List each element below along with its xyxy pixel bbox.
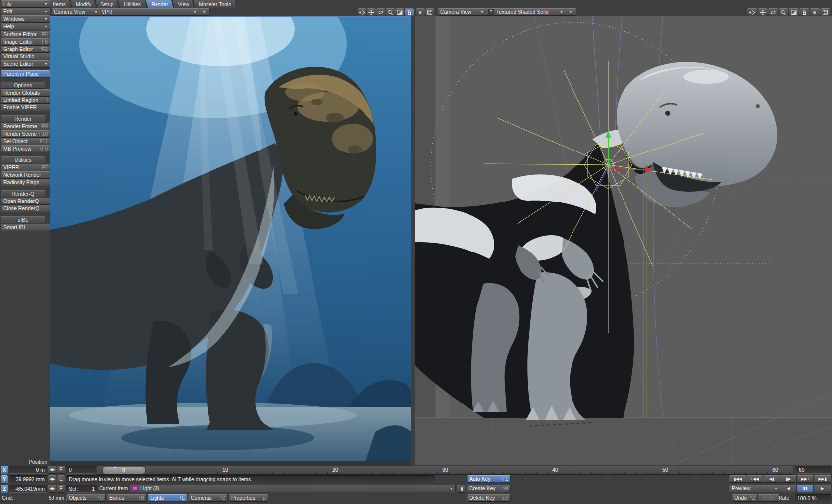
position-y-field[interactable]: 39.9992 mm (9, 475, 47, 483)
pan-view-icon[interactable] (758, 8, 768, 16)
step-forward-button[interactable]: ▮▶ (780, 475, 797, 483)
left-view-type-dropdown[interactable]: Camera View▼ (52, 8, 100, 16)
z-axis-badge[interactable]: Z (1, 485, 8, 493)
properties-button[interactable]: Propertiesp (229, 494, 268, 502)
menu-edit[interactable]: Edit▼ (1, 8, 50, 15)
chevron-down-icon: ▼ (450, 485, 453, 492)
minmax-viewport-icon[interactable] (789, 8, 799, 16)
zoom-view-icon[interactable] (779, 8, 788, 16)
tab-view[interactable]: View (172, 0, 195, 8)
y-axis-badge[interactable]: Y (1, 475, 8, 484)
z-spinner[interactable]: ◀▶ (48, 485, 56, 493)
tab-modify[interactable]: Modify (70, 0, 97, 8)
auto-key-button[interactable]: Auto Key+F1 (467, 475, 511, 483)
save-view-preset-icon[interactable] (425, 8, 434, 16)
pan-view-icon[interactable] (367, 8, 376, 16)
rotate-view-icon[interactable] (768, 8, 778, 16)
open-renderq-button[interactable]: Open RenderQ (1, 198, 50, 205)
radiosity-flags-button[interactable]: Radiosity Flags (1, 179, 50, 186)
smart-ibl-button[interactable]: Smart IBL (1, 224, 50, 231)
z-envelope-button[interactable]: E (57, 485, 65, 493)
menu-file[interactable]: File▼ (1, 0, 50, 8)
position-z-field[interactable]: -65.0419mm (9, 485, 47, 493)
scene-editor-button[interactable]: Scene Editor▼ (1, 60, 50, 68)
viewport-list-icon[interactable]: ≡ (810, 8, 820, 16)
virtual-studio-button[interactable]: Virtual Studio (1, 53, 50, 60)
timeline-slider-knob[interactable]: 0 (102, 467, 146, 474)
x-envelope-button[interactable]: E (57, 466, 65, 474)
timeline-tick: 50 (662, 467, 668, 473)
current-frame-field[interactable]: 0 (66, 466, 96, 474)
enable-viper-button[interactable]: Enable VIPER (1, 104, 50, 111)
menu-help[interactable]: Help▼ (1, 23, 50, 30)
rate-field[interactable]: 100.0 % (795, 494, 831, 502)
pause-button[interactable]: ▮▮ (797, 485, 814, 492)
shaded-viewport-canvas[interactable] (415, 16, 832, 465)
y-spinner[interactable]: ◀▶ (48, 475, 56, 483)
play-forward-button[interactable]: ▶ (814, 485, 831, 492)
graph-editor-button[interactable]: Graph Editor^F2 (1, 46, 50, 53)
network-render-button[interactable]: Network Render (1, 171, 50, 179)
previous-key-button[interactable]: +◀◀ (746, 475, 763, 483)
y-envelope-button[interactable]: E (57, 475, 65, 483)
lights-mode-button[interactable]: Lights+L (148, 494, 187, 502)
undo-button[interactable]: Undo^Z (732, 494, 758, 502)
right-view-type-dropdown[interactable]: Camera View▼ (438, 8, 486, 16)
timeline-tick: 10 (222, 467, 228, 473)
chevron-down-icon: ▼ (44, 1, 48, 7)
surface-editor-button[interactable]: Surface EditorF5 (1, 31, 50, 38)
viewport-list-icon[interactable]: ≡ (416, 8, 425, 16)
left-viewport-options-dropdown[interactable]: ▼ (198, 8, 210, 16)
render-frame-button[interactable]: Render FrameF9 (1, 123, 50, 130)
play-reverse-button[interactable]: ◀ (780, 485, 797, 492)
objects-mode-button[interactable]: Objects+O (66, 494, 106, 502)
parent-in-place-button[interactable]: Parent in Place (1, 70, 50, 78)
position-x-field[interactable]: 0 m (9, 466, 47, 474)
go-to-start-button[interactable]: ▮◀◀ (729, 475, 746, 483)
vpr-render-icon[interactable] (405, 8, 414, 16)
center-item-icon[interactable] (358, 8, 366, 16)
x-spinner[interactable]: ◀▶ (48, 466, 56, 474)
tab-render[interactable]: Render (145, 0, 174, 8)
render-buffer-icon[interactable] (799, 8, 809, 16)
center-item-icon[interactable] (747, 8, 757, 16)
left-render-mode-dropdown[interactable]: VPR▼ (99, 8, 199, 16)
x-axis-badge[interactable]: X (1, 466, 8, 474)
image-editor-button[interactable]: Image EditorF6 (1, 38, 50, 46)
close-renderq-button[interactable]: Close RenderQ (1, 205, 50, 212)
menu-windows[interactable]: Windows▼ (1, 15, 50, 23)
timeline-ruler[interactable]: 0 10 20 30 40 50 60 0 ▲ (97, 466, 793, 475)
render-scene-button[interactable]: Render SceneF10 (1, 130, 50, 138)
rotate-view-icon[interactable] (376, 8, 385, 16)
redo-button[interactable]: Redo (758, 494, 780, 502)
tab-modeler-tools[interactable]: Modeler Tools (193, 0, 237, 8)
tab-items[interactable]: Items (47, 0, 72, 8)
viper-button[interactable]: VIPERF7 (1, 164, 50, 171)
delete-key-button[interactable]: Delete Keydel (467, 494, 511, 502)
tab-setup[interactable]: Setup (95, 0, 119, 8)
render-group-header: Render (1, 115, 45, 122)
sel-object-button[interactable]: Sel ObjectF11 (1, 138, 50, 145)
end-frame-field[interactable]: 60 (796, 466, 831, 474)
item-list-button[interactable] (457, 485, 465, 493)
shaded-trex-scene (415, 16, 832, 465)
preview-dropdown[interactable]: Preview▼ (729, 485, 780, 492)
lightwave-layout-window: Items Modify Setup Utilities Render View… (0, 0, 832, 504)
next-key-button[interactable]: ▶▶+ (797, 475, 814, 483)
minmax-viewport-icon[interactable] (395, 8, 404, 16)
limited-region-button[interactable]: Limited Regionl (1, 97, 50, 104)
zoom-view-icon[interactable] (386, 8, 395, 16)
render-globals-button[interactable]: Render Globals (1, 89, 50, 97)
current-item-dropdown[interactable]: Light (3) ▼ (130, 485, 456, 492)
create-key-button[interactable]: Create Keyret (467, 485, 511, 492)
vpr-viewport-canvas[interactable] (50, 16, 411, 461)
bones-mode-button[interactable]: Bones+B (107, 494, 147, 502)
cameras-mode-button[interactable]: Cameras+C (188, 494, 228, 502)
mb-preview-button[interactable]: MB Preview+F9 (1, 145, 50, 152)
right-viewport-options-dropdown[interactable]: ▼ (565, 8, 576, 16)
right-render-mode-dropdown[interactable]: TTextured Shaded Solid ▼ (485, 8, 566, 16)
save-view-preset-icon[interactable] (820, 8, 830, 16)
go-to-end-button[interactable]: ▶▶▮ (814, 475, 831, 483)
tab-utilities[interactable]: Utilities (117, 0, 147, 8)
step-back-button[interactable]: ◀▮ (763, 475, 780, 483)
